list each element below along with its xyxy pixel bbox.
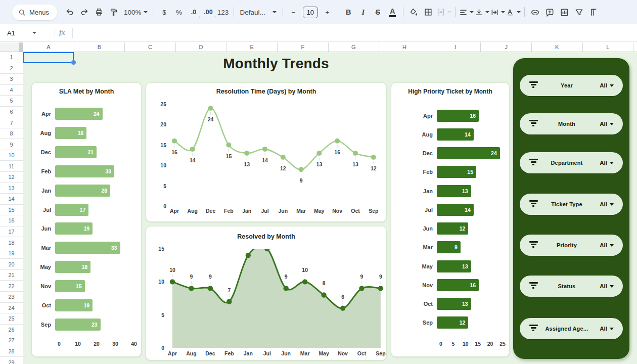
chart-high-priority-by-month[interactable]: High Priority Ticket by Month Apr16Aug14…	[391, 82, 510, 357]
chart-resolved-by-month[interactable]: Resolved by Month 15105010Apr9Aug9Dec7Fe…	[146, 226, 387, 360]
row-header-7[interactable]: 7	[0, 117, 23, 128]
svg-text:Apr: Apr	[170, 208, 179, 214]
row-header-17[interactable]: 17	[0, 226, 23, 238]
increase-font-size-button[interactable]: +	[321, 6, 334, 19]
select-all-corner[interactable]	[0, 42, 23, 52]
filter-month[interactable]: MonthAll	[520, 113, 623, 134]
font-select[interactable]: Defaul...	[237, 6, 280, 19]
column-header-b[interactable]: B	[74, 42, 125, 52]
menus-search-button[interactable]: Menus	[12, 5, 57, 20]
paint-format-button[interactable]	[107, 6, 120, 19]
filter-priority[interactable]: PriorityAll	[520, 235, 623, 256]
row-header-15[interactable]: 15	[0, 205, 23, 216]
decrease-font-size-button[interactable]: −	[287, 6, 300, 19]
chart-resolution-time-by-month[interactable]: Resolution Time (Days) by Month 25201510…	[146, 82, 387, 222]
bar-value-label: 14	[465, 131, 471, 138]
redo-button[interactable]	[77, 6, 91, 19]
row-header-3[interactable]: 3	[0, 74, 23, 85]
row-header-16[interactable]: 16	[0, 215, 23, 226]
column-header-c[interactable]: C	[125, 42, 176, 52]
row-header-8[interactable]: 8	[0, 128, 23, 140]
svg-text:12: 12	[280, 165, 286, 171]
paint-format-icon	[109, 8, 118, 17]
row-header-18[interactable]: 18	[0, 237, 23, 248]
column-header-d[interactable]: D	[176, 42, 227, 52]
row-header-11[interactable]: 11	[0, 161, 23, 172]
row-header-25[interactable]: 25	[0, 313, 23, 325]
format-currency-button[interactable]: $	[158, 6, 171, 19]
undo-button[interactable]	[63, 6, 76, 19]
row-header-20[interactable]: 20	[0, 259, 23, 270]
column-header-k[interactable]: K	[532, 42, 583, 52]
more-formats-button[interactable]: 123	[216, 6, 230, 19]
borders-button[interactable]	[422, 6, 435, 19]
create-filter-button[interactable]	[572, 6, 586, 19]
italic-button[interactable]: I	[356, 6, 370, 19]
row-header-28[interactable]: 28	[0, 346, 23, 357]
column-header-f[interactable]: F	[278, 42, 329, 52]
row-header-4[interactable]: 4	[0, 85, 23, 96]
name-box[interactable]: A1	[0, 29, 51, 37]
svg-text:Apr: Apr	[168, 350, 177, 356]
increase-decimal-button[interactable]: .00→	[202, 6, 215, 19]
bar: 19	[55, 299, 93, 311]
bar: 12	[437, 222, 468, 235]
row-header-21[interactable]: 21	[0, 270, 23, 281]
bold-button[interactable]: B	[342, 6, 355, 19]
column-header-i[interactable]: I	[430, 42, 481, 52]
row-header-12[interactable]: 12	[0, 172, 23, 183]
column-header-l[interactable]: L	[583, 42, 634, 52]
filter-ticket-type[interactable]: Ticket TypeAll	[520, 194, 623, 215]
horizontal-align-button[interactable]	[459, 6, 474, 19]
merge-cells-button[interactable]	[436, 6, 451, 19]
row-header-24[interactable]: 24	[0, 303, 23, 314]
row-header-14[interactable]: 14	[0, 194, 23, 205]
insert-link-button[interactable]	[528, 6, 542, 19]
column-header-j[interactable]: J	[481, 42, 532, 52]
print-button[interactable]	[92, 6, 106, 19]
row-header-23[interactable]: 23	[0, 292, 23, 303]
row-header-22[interactable]: 22	[0, 281, 23, 292]
column-header-a[interactable]: A	[23, 42, 74, 52]
row-header-6[interactable]: 6	[0, 107, 23, 118]
font-size-input[interactable]: 10	[303, 7, 318, 18]
filter-department[interactable]: DepartmentAll	[520, 152, 623, 173]
category-label: Oct	[37, 302, 55, 308]
filter-assigned-age[interactable]: Assigned Age...All	[520, 318, 623, 339]
text-wrap-button[interactable]	[490, 6, 505, 19]
bar-value-label: 16	[470, 282, 476, 288]
chart-sla-met-by-month[interactable]: SLA Met by Month Apr24Aug16Dec21Feb30Jan…	[31, 82, 142, 357]
row-header-26[interactable]: 26	[0, 325, 23, 336]
zoom-select[interactable]: 100%	[121, 6, 151, 19]
text-color-button[interactable]: A	[386, 6, 399, 19]
row-header-1[interactable]: 1	[0, 52, 23, 63]
filter-year[interactable]: YearAll	[520, 75, 623, 96]
insert-comment-button[interactable]	[543, 6, 557, 19]
decrease-decimal-button[interactable]: .0←	[187, 6, 201, 19]
row-header-13[interactable]: 13	[0, 183, 23, 194]
functions-button[interactable]	[587, 6, 601, 19]
column-header-e[interactable]: E	[226, 42, 278, 52]
row-header-2[interactable]: 2	[0, 63, 23, 74]
column-header-h[interactable]: H	[379, 42, 430, 52]
category-label: Jul	[37, 207, 55, 213]
svg-text:Sep: Sep	[376, 350, 385, 356]
filter-status[interactable]: StatusAll	[520, 276, 623, 297]
fill-color-button[interactable]	[407, 6, 421, 19]
text-rotation-button[interactable]	[506, 6, 521, 19]
row-header-5[interactable]: 5	[0, 96, 23, 107]
filter-label: Year	[542, 75, 592, 96]
row-header-27[interactable]: 27	[0, 335, 23, 346]
vertical-align-button[interactable]	[475, 6, 489, 19]
format-percent-button[interactable]: %	[172, 6, 186, 19]
insert-chart-button[interactable]	[558, 6, 571, 19]
row-header-9[interactable]: 9	[0, 139, 23, 150]
row-header-19[interactable]: 19	[0, 248, 23, 259]
row-header-10[interactable]: 10	[0, 150, 23, 161]
category-label: May	[37, 264, 55, 270]
strikethrough-button[interactable]: S	[371, 6, 385, 19]
column-header-g[interactable]: G	[329, 42, 380, 52]
svg-text:9: 9	[190, 274, 193, 280]
row-header-29[interactable]: 29	[0, 357, 23, 364]
bar: 21	[55, 146, 97, 158]
